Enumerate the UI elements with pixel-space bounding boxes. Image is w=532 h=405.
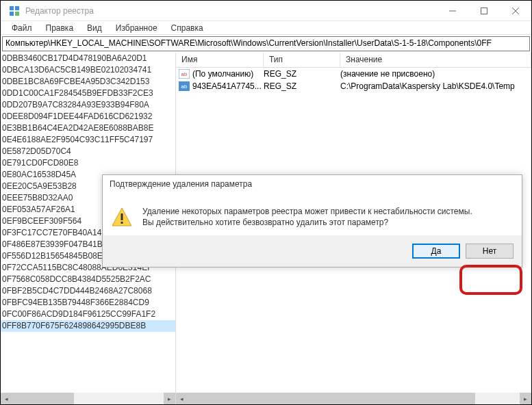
svg-rect-13 [121, 213, 123, 220]
value-data: C:\ProgramData\Kaspersky Lab\KSDE4.0\Tem… [340, 81, 531, 91]
value-name: (По умолчанию) [192, 69, 264, 79]
tree-row[interactable]: 0DEE8D094F1DEE44FAD616CD621932 [1, 111, 175, 122]
svg-rect-5 [481, 8, 487, 14]
scroll-left-icon[interactable]: ◂ [176, 393, 188, 404]
svg-rect-1 [15, 6, 19, 10]
tree-row[interactable]: 0DD1C00CA1F284545B9EFDB33F2CE3 [1, 88, 175, 99]
scroll-thumb[interactable] [188, 393, 475, 404]
minimize-icon [449, 8, 456, 14]
dialog-line1: Удаление некоторых параметров реестра мо… [142, 207, 472, 218]
column-name[interactable]: Имя [176, 53, 264, 67]
scroll-track[interactable] [12, 393, 164, 404]
close-icon [512, 8, 519, 14]
dialog-text: Удаление некоторых параметров реестра мо… [142, 207, 472, 228]
svg-text:ab: ab [181, 71, 188, 77]
value-hscrollbar[interactable]: ◂ ▸ [176, 393, 531, 404]
dialog-title: Подтверждение удаления параметра [103, 175, 522, 196]
scroll-right-icon[interactable]: ▸ [520, 393, 531, 404]
tree-row[interactable]: 0DBE1BC8A69FCBE4A95D3C342D153 [1, 76, 175, 88]
scroll-thumb[interactable] [12, 393, 74, 404]
maximize-icon [481, 8, 487, 14]
scroll-track[interactable] [188, 393, 520, 404]
warning-icon [111, 207, 133, 228]
svg-rect-14 [121, 222, 123, 224]
value-type: REG_SZ [264, 81, 340, 91]
address-bar[interactable]: Компьютер\HKEY_LOCAL_MACHINE\SOFTWARE\Mi… [2, 36, 530, 51]
tree-row[interactable]: 0F7568C058DCC8B4384D5525B2F2AC [1, 274, 175, 285]
yes-button[interactable]: Да [412, 244, 460, 259]
menu-favorites[interactable]: Избранное [110, 22, 163, 34]
tree-row[interactable]: 0E3BB1B64C4EA2D42AE8E6088BAB8E [1, 122, 175, 134]
menu-view[interactable]: Вид [81, 22, 107, 34]
menu-help[interactable]: Справка [166, 22, 209, 34]
svg-text:ab: ab [181, 83, 188, 90]
tree-row[interactable]: 0FC00F86ACD9D184F96125CC99FA1F2 [1, 309, 175, 320]
tree-row[interactable]: 0E5872D05D70C4 [1, 146, 175, 157]
scroll-right-icon[interactable]: ▸ [164, 393, 175, 404]
svg-rect-2 [10, 12, 14, 16]
value-data: (значение не присвоено) [340, 69, 531, 79]
tree-hscrollbar[interactable]: ◂ ▸ [1, 393, 175, 404]
close-button[interactable] [500, 1, 531, 21]
column-value[interactable]: Значение [340, 53, 531, 67]
tree-row[interactable]: 0FBFC94EB135B79448F366E2884CD9 [1, 297, 175, 309]
tree-row[interactable]: 0FBF2B5CD4C7DD444B2468A27C8068 [1, 285, 175, 297]
regedit-icon [9, 5, 20, 16]
confirm-dialog: Подтверждение удаления параметра Удалени… [102, 174, 522, 267]
tree-row[interactable]: 0FF8B770F675F624898642995DBE8B [1, 320, 175, 332]
menu-file[interactable]: Файл [6, 22, 38, 34]
tree-row[interactable]: 0DBB3460CB17D4D478190BA6A20D1 [1, 53, 175, 64]
minimize-button[interactable] [437, 1, 468, 21]
value-type: REG_SZ [264, 69, 340, 79]
tree-row[interactable]: 0DBCA13D6AC5CB149BE02102034741 [1, 64, 175, 76]
title-bar: Редактор реестра [1, 1, 531, 21]
tree-row[interactable]: 0DD207B9A7C83284A93E933B94F80A [1, 99, 175, 111]
value-row[interactable]: ab943EA541A7745...REG_SZC:\ProgramData\K… [176, 80, 531, 92]
value-header: Имя Тип Значение [176, 53, 531, 68]
value-row[interactable]: ab(По умолчанию)REG_SZ(значение не присв… [176, 68, 531, 80]
no-button[interactable]: Нет [466, 244, 514, 259]
column-type[interactable]: Тип [264, 53, 340, 67]
window-title: Редактор реестра [25, 6, 437, 16]
svg-rect-3 [15, 12, 19, 16]
menu-bar: Файл Правка Вид Избранное Справка [1, 21, 531, 35]
menu-edit[interactable]: Правка [40, 22, 79, 34]
tree-row[interactable]: 0E791CD0FCD80E8 [1, 157, 175, 169]
scroll-left-icon[interactable]: ◂ [1, 393, 12, 404]
maximize-button[interactable] [468, 1, 500, 21]
svg-rect-0 [10, 6, 14, 10]
dialog-line2: Вы действительно хотите безвозвратно уда… [142, 218, 472, 228]
value-name: 943EA541A7745... [192, 81, 264, 91]
tree-row[interactable]: 0E4E6188AE2F9504C93C11FF5C47197 [1, 134, 175, 146]
